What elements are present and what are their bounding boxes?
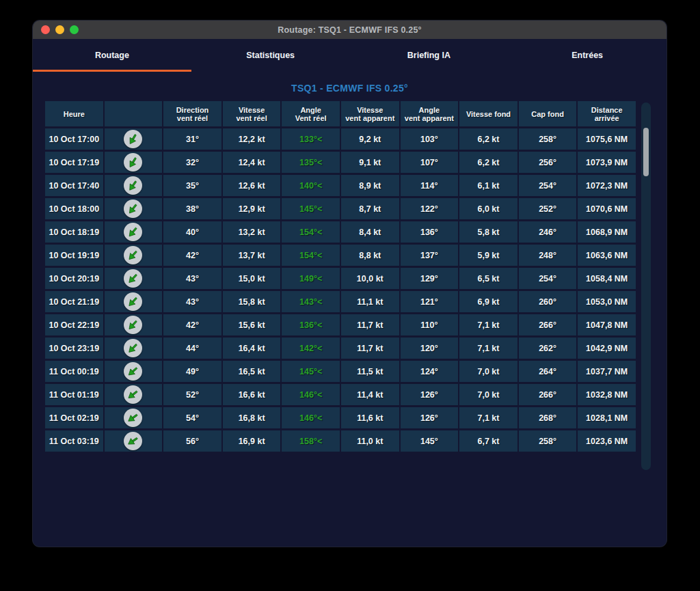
cell-vitesse-fond: 5,8 kt <box>459 221 517 243</box>
cell-distance-arrivee: 1032,8 NM <box>578 384 636 405</box>
wind-direction-arrow-icon <box>124 200 142 218</box>
wind-direction-arrow-icon <box>124 130 142 148</box>
cell-direction-vent-reel: 43° <box>163 291 221 312</box>
cell-vitesse-vent-reel: 12,9 kt <box>223 198 281 219</box>
cell-vitesse-vent-reel: 16,8 kt <box>223 407 281 428</box>
cell-vitesse-vent-reel: 13,7 kt <box>223 245 281 266</box>
cell-angle-vent-reel: 146°< <box>282 407 340 428</box>
table-row[interactable]: 11 Oct 03:19 56° 16,9 kt 158°< 11,0 kt <box>45 430 636 452</box>
cell-vitesse-vent-reel: 13,2 kt <box>223 221 281 243</box>
cell-direction-vent-reel: 44° <box>163 338 221 359</box>
cell-vitesse-vent-apparent: 8,9 kt <box>341 175 399 196</box>
cell-vitesse-fond: 5,9 kt <box>459 245 517 266</box>
cell-wind-icon <box>105 314 163 335</box>
table-row[interactable]: 10 Oct 21:19 43° 15,8 kt 143°< 11,1 kt <box>45 291 636 312</box>
header-heure: Heure <box>45 101 103 126</box>
header-wind-icon-column <box>105 101 163 126</box>
cell-direction-vent-reel: 38° <box>163 198 221 219</box>
cell-distance-arrivee: 1073,9 NM <box>578 152 636 173</box>
cell-vitesse-vent-apparent: 11,5 kt <box>341 361 399 382</box>
cell-vitesse-vent-reel: 16,9 kt <box>223 430 281 452</box>
wind-direction-arrow-icon <box>124 223 142 241</box>
route-table-title: TSQ1 - ECMWF IFS 0.25° <box>33 83 667 94</box>
wind-direction-arrow-icon <box>124 269 142 288</box>
table-row[interactable]: 10 Oct 23:19 44° 16,4 kt 142°< 11,7 kt <box>45 338 636 359</box>
cell-distance-arrivee: 1058,4 NM <box>578 268 636 289</box>
cell-heure: 10 Oct 18:00 <box>45 198 103 219</box>
tab-routage[interactable]: Routage <box>33 39 191 72</box>
cell-distance-arrivee: 1075,6 NM <box>578 128 636 150</box>
table-row[interactable]: 11 Oct 01:19 52° 16,6 kt 146°< 11,4 kt <box>45 384 636 405</box>
cell-heure: 11 Oct 01:19 <box>45 384 103 405</box>
cell-wind-icon <box>105 128 163 150</box>
cell-angle-vent-apparent: 129° <box>401 268 459 289</box>
cell-vitesse-fond: 7,0 kt <box>459 361 517 382</box>
cell-vitesse-fond: 6,5 kt <box>459 268 517 289</box>
cell-direction-vent-reel: 43° <box>163 268 221 289</box>
wind-direction-arrow-icon <box>124 432 142 450</box>
cell-direction-vent-reel: 52° <box>163 384 221 405</box>
table-row[interactable]: 10 Oct 22:19 42° 15,6 kt 136°< 11,7 kt <box>45 314 636 335</box>
table-row[interactable]: 11 Oct 02:19 54° 16,8 kt 146°< 11,6 kt <box>45 407 636 428</box>
table-row[interactable]: 10 Oct 20:19 43° 15,0 kt 149°< 10,0 kt <box>45 268 636 289</box>
app-window: Routage: TSQ1 - ECMWF IFS 0.25° Routage … <box>33 20 667 547</box>
cell-direction-vent-reel: 56° <box>163 430 221 452</box>
cell-vitesse-fond: 6,2 kt <box>459 152 517 173</box>
cell-heure: 10 Oct 21:19 <box>45 291 103 312</box>
cell-cap-fond: 248° <box>519 245 577 266</box>
table-scrollbar-thumb[interactable] <box>643 128 649 176</box>
header-vitesse-vent-reel: Vitesse vent réel <box>223 101 281 126</box>
table-row[interactable]: 10 Oct 19:19 42° 13,7 kt 154°< 8,8 kt <box>45 245 636 266</box>
wind-direction-arrow-icon <box>124 246 142 264</box>
cell-wind-icon <box>105 245 163 266</box>
cell-heure: 10 Oct 19:19 <box>45 245 103 266</box>
cell-direction-vent-reel: 35° <box>163 175 221 196</box>
cell-cap-fond: 258° <box>519 430 577 452</box>
cell-cap-fond: 252° <box>519 198 577 219</box>
cell-direction-vent-reel: 32° <box>163 152 221 173</box>
cell-wind-icon <box>105 291 163 312</box>
wind-direction-arrow-icon <box>124 339 142 357</box>
cell-angle-vent-apparent: 103° <box>401 128 459 150</box>
cell-vitesse-vent-reel: 15,8 kt <box>223 291 281 312</box>
cell-vitesse-vent-apparent: 11,7 kt <box>341 314 399 335</box>
table-scrollbar-track[interactable] <box>641 102 651 470</box>
table-row[interactable]: 10 Oct 18:19 40° 13,2 kt 154°< 8,4 kt <box>45 221 636 243</box>
table-row[interactable]: 10 Oct 18:00 38° 12,9 kt 145°< 8,7 kt <box>45 198 636 219</box>
table-row[interactable]: 11 Oct 00:19 49° 16,5 kt 145°< 11,5 kt <box>45 361 636 382</box>
cell-vitesse-fond: 6,2 kt <box>459 128 517 150</box>
table-row[interactable]: 10 Oct 17:40 35° 12,6 kt 140°< 8,9 kt <box>45 175 636 196</box>
cell-angle-vent-reel: 143°< <box>282 291 340 312</box>
cell-vitesse-fond: 6,7 kt <box>459 430 517 452</box>
cell-angle-vent-apparent: 107° <box>401 152 459 173</box>
header-angle-vent-reel: Angle Vent réel <box>282 101 340 126</box>
cell-cap-fond: 266° <box>519 314 577 335</box>
cell-cap-fond: 254° <box>519 268 577 289</box>
cell-vitesse-vent-reel: 16,4 kt <box>223 338 281 359</box>
wind-direction-arrow-icon <box>124 409 142 427</box>
cell-wind-icon <box>105 268 163 289</box>
cell-direction-vent-reel: 40° <box>163 221 221 243</box>
cell-angle-vent-apparent: 122° <box>401 198 459 219</box>
tab-statistiques[interactable]: Statistiques <box>191 39 350 72</box>
tab-entrees[interactable]: Entrées <box>508 39 667 72</box>
cell-cap-fond: 254° <box>519 175 577 196</box>
table-row[interactable]: 10 Oct 17:19 32° 12,4 kt 135°< 9,1 kt <box>45 152 636 173</box>
cell-angle-vent-reel: 142°< <box>282 338 340 359</box>
cell-angle-vent-apparent: 124° <box>401 361 459 382</box>
window-titlebar[interactable]: Routage: TSQ1 - ECMWF IFS 0.25° <box>33 20 667 39</box>
cell-direction-vent-reel: 54° <box>163 407 221 428</box>
header-direction-vent-reel: Direction vent réel <box>163 101 221 126</box>
cell-distance-arrivee: 1063,6 NM <box>578 245 636 266</box>
cell-angle-vent-reel: 154°< <box>282 245 340 266</box>
cell-vitesse-vent-reel: 12,4 kt <box>223 152 281 173</box>
cell-heure: 10 Oct 17:40 <box>45 175 103 196</box>
cell-heure: 10 Oct 17:19 <box>45 152 103 173</box>
cell-heure: 10 Oct 17:00 <box>45 128 103 150</box>
cell-angle-vent-reel: 133°< <box>282 128 340 150</box>
tab-briefing-ia[interactable]: Briefing IA <box>350 39 509 72</box>
table-row[interactable]: 10 Oct 17:00 31° 12,2 kt 133°< 9,2 kt <box>45 128 636 150</box>
cell-angle-vent-apparent: 137° <box>401 245 459 266</box>
header-distance-arrivee: Distance arrivée <box>578 101 636 126</box>
cell-angle-vent-reel: 149°< <box>282 268 340 289</box>
